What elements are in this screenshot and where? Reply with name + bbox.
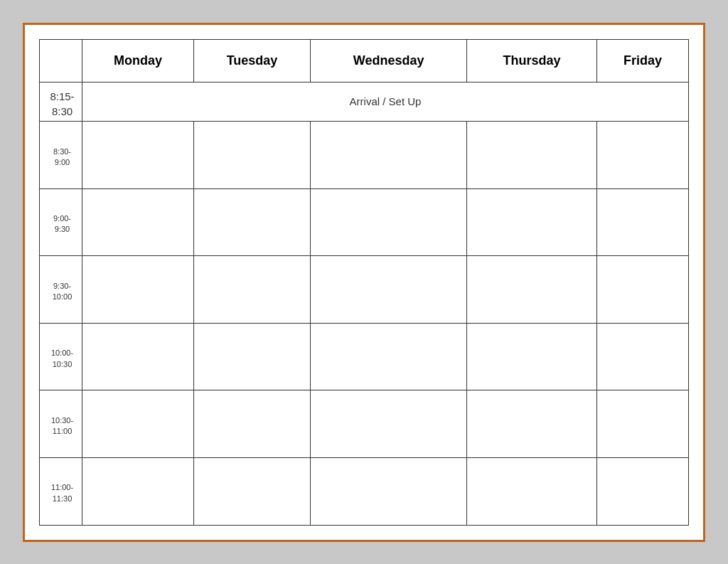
cell-tue-930[interactable] [193, 256, 310, 324]
cell-tue-1000[interactable] [193, 323, 310, 390]
cell-fri-1000[interactable] [596, 323, 688, 390]
arrival-row: 8:15-8:30 Arrival / Set Up [40, 82, 689, 122]
header-monday: Monday [82, 39, 194, 82]
header-friday: Friday [596, 39, 688, 82]
page: Monday Tuesday Wednesday Thursday Friday… [23, 23, 705, 542]
time-slot-930: 9:30-10:00 [40, 256, 82, 324]
cell-tue-1030[interactable] [193, 390, 310, 458]
cell-fri-1100[interactable] [596, 457, 688, 525]
cell-mon-1030[interactable] [82, 390, 194, 458]
row-900-930: 9:00-9:30 [40, 188, 689, 256]
cell-thu-930[interactable] [467, 256, 597, 324]
cell-mon-900[interactable] [82, 188, 194, 256]
schedule-table: Monday Tuesday Wednesday Thursday Friday… [39, 39, 689, 526]
row-1000-1030: 10:00-10:30 [40, 323, 689, 390]
cell-thu-1100[interactable] [467, 457, 597, 525]
row-830-900: 8:30-9:00 [40, 122, 689, 189]
time-slot-1030: 10:30-11:00 [40, 390, 82, 458]
time-slot-815: 8:15-8:30 [40, 82, 82, 122]
cell-wed-1000[interactable] [311, 323, 467, 390]
row-1030-1100: 10:30-11:00 [40, 390, 689, 458]
cell-fri-900[interactable] [596, 188, 688, 256]
time-slot-830: 8:30-9:00 [40, 122, 82, 189]
cell-wed-930[interactable] [311, 256, 467, 324]
row-930-1000: 9:30-10:00 [40, 256, 689, 324]
cell-fri-830[interactable] [596, 122, 688, 189]
cell-thu-1030[interactable] [467, 390, 597, 458]
cell-thu-830[interactable] [467, 122, 597, 189]
cell-mon-1100[interactable] [82, 457, 194, 525]
cell-wed-1030[interactable] [311, 390, 467, 458]
cell-mon-1000[interactable] [82, 323, 194, 390]
header-row: Monday Tuesday Wednesday Thursday Friday [40, 39, 689, 82]
cell-wed-1100[interactable] [311, 457, 467, 525]
cell-wed-830[interactable] [311, 122, 467, 189]
cell-wed-900[interactable] [311, 188, 467, 256]
time-slot-900: 9:00-9:30 [40, 188, 82, 256]
cell-tue-830[interactable] [193, 122, 310, 189]
cell-thu-1000[interactable] [467, 323, 597, 390]
header-empty-cell [40, 39, 82, 82]
cell-thu-900[interactable] [467, 188, 597, 256]
cell-tue-1100[interactable] [193, 457, 310, 525]
arrival-cell: Arrival / Set Up [82, 82, 689, 122]
header-thursday: Thursday [467, 39, 597, 82]
time-slot-1000: 10:00-10:30 [40, 323, 82, 390]
cell-tue-900[interactable] [193, 188, 310, 256]
header-wednesday: Wednesday [311, 39, 467, 82]
time-slot-1100: 11:00-11:30 [40, 457, 82, 525]
cell-mon-830[interactable] [82, 122, 194, 189]
cell-fri-1030[interactable] [596, 390, 688, 458]
cell-mon-930[interactable] [82, 256, 194, 324]
header-tuesday: Tuesday [193, 39, 310, 82]
cell-fri-930[interactable] [596, 256, 688, 324]
row-1100-1130: 11:00-11:30 [40, 457, 689, 525]
